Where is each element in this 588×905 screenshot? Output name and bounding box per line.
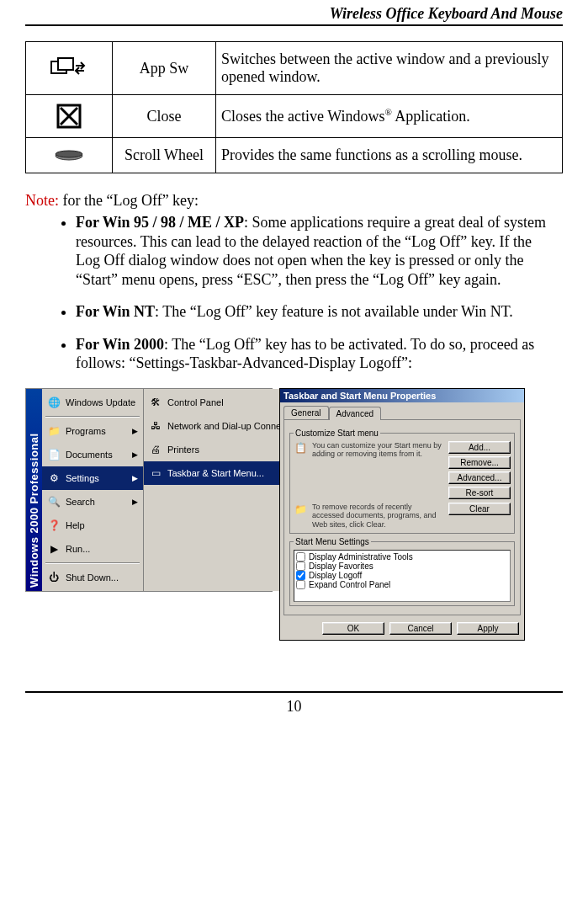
close-icon [31, 104, 107, 129]
table-row: Close Closes the active Windows® Applica… [26, 95, 563, 138]
note-text: for the “Log Off” key: [59, 192, 199, 209]
apply-button[interactable]: Apply [457, 622, 519, 635]
start-menu-banner: Windows 2000 Professional [26, 389, 42, 591]
group-legend: Start Menu Settings [294, 537, 371, 546]
start-menu: Windows 2000 Professional 🌐Windows Updat… [25, 388, 273, 592]
sm-label: Control Panel [167, 397, 224, 407]
chk-label: Display Logoff [309, 571, 362, 580]
registered-mark: ® [384, 107, 391, 117]
sm-label: Programs [66, 426, 106, 436]
taskbar-icon: ▭ [149, 466, 162, 480]
table-row: App Sw Switches between the active windo… [26, 42, 563, 95]
sm-label: Printers [167, 445, 199, 455]
settings-checklist[interactable]: Display Administrative Tools Display Fav… [294, 550, 511, 602]
sm-help[interactable]: ❓Help [42, 514, 143, 537]
startmenu-icon: 📋 [294, 441, 307, 455]
chevron-right-icon: ▶ [132, 450, 138, 459]
checkbox[interactable] [296, 552, 305, 562]
list-item: For Win 2000: The “Log Off” key has to b… [76, 335, 563, 373]
globe-icon: 🌐 [47, 396, 61, 409]
documents-icon: 📄 [47, 448, 61, 461]
folder-icon: 📁 [294, 503, 307, 516]
app-switch-icon [31, 57, 107, 79]
start-menu-settings-group: Start Menu Settings Display Administrati… [289, 537, 515, 606]
chk-label: Expand Control Panel [309, 580, 390, 589]
dialog-titlebar: Taskbar and Start Menu Properties [280, 389, 524, 402]
network-icon: 🖧 [149, 419, 162, 433]
bullet-bold: For Win NT [76, 303, 155, 320]
scroll-name: Scroll Wheel [113, 138, 216, 173]
screenshots-row: Windows 2000 Professional 🌐Windows Updat… [25, 388, 563, 641]
chk-label: Display Administrative Tools [309, 552, 413, 562]
bullet-bold: For Win 95 / 98 / ME / XP [76, 214, 244, 231]
chevron-right-icon: ▶ [132, 498, 138, 506]
dialog-buttons: OK Cancel Apply [280, 619, 524, 640]
start-menu-col1: 🌐Windows Update 📁Programs▶ 📄Documents▶ ⚙… [42, 389, 144, 591]
sm-separator [45, 562, 140, 564]
table-row: Scroll Wheel Provides the same functions… [26, 138, 563, 173]
add-button[interactable]: Add... [448, 441, 511, 454]
svg-point-6 [56, 151, 82, 157]
clear-button[interactable]: Clear [448, 503, 511, 515]
close-name: Close [113, 95, 216, 138]
remove-button[interactable]: Remove... [448, 456, 511, 469]
cancel-button[interactable]: Cancel [389, 622, 452, 635]
sm-label: Help [66, 520, 85, 530]
customize-start-menu-group: Customize Start menu 📋 You can customize… [289, 429, 515, 534]
chk-label: Display Favorites [309, 562, 373, 571]
header-rule [25, 24, 563, 26]
page-number: 10 [25, 698, 563, 716]
sm-search[interactable]: 🔍Search▶ [42, 490, 143, 514]
sm-label: Run... [66, 544, 90, 554]
sm-shutdown[interactable]: ⏻Shut Down... [42, 566, 143, 589]
checkbox[interactable] [296, 562, 305, 571]
dialog-panel: Customize Start menu 📋 You can customize… [283, 419, 521, 615]
clear-text: To remove records of recently accessed d… [312, 503, 443, 530]
checkbox[interactable] [296, 580, 305, 589]
sm-separator [45, 416, 140, 418]
bullet-text: : The “Log Off” key feature is not avail… [155, 303, 513, 320]
advanced-button[interactable]: Advanced... [448, 471, 511, 484]
sm-label: Settings [66, 473, 99, 483]
chk-favorites[interactable]: Display Favorites [296, 562, 508, 571]
resort-button[interactable]: Re-sort [448, 487, 511, 499]
chk-expand-cp[interactable]: Expand Control Panel [296, 580, 508, 589]
chk-admin-tools[interactable]: Display Administrative Tools [296, 552, 508, 562]
svg-rect-1 [58, 58, 73, 70]
sm-windows-update[interactable]: 🌐Windows Update [42, 391, 143, 414]
appsw-desc: Switches between the active window and a… [216, 42, 563, 95]
sm-documents[interactable]: 📄Documents▶ [42, 443, 143, 466]
chevron-right-icon: ▶ [132, 427, 138, 435]
sm-label: Shut Down... [66, 572, 119, 583]
scroll-wheel-icon [31, 150, 107, 162]
sm-label: Taskbar & Start Menu... [167, 468, 264, 478]
close-desc: Closes the active Windows® Application. [216, 95, 563, 138]
close-icon-cell [26, 95, 113, 138]
sm-run[interactable]: ▶Run... [42, 537, 143, 561]
search-icon: 🔍 [47, 495, 61, 508]
sm-label: Search [66, 497, 95, 507]
help-icon: ❓ [47, 519, 61, 532]
programs-icon: 📁 [47, 424, 61, 438]
checkbox[interactable] [296, 571, 305, 580]
bullet-list: For Win 95 / 98 / ME / XP: Some applicat… [25, 213, 563, 373]
scroll-icon-cell [26, 138, 113, 173]
ok-button[interactable]: OK [322, 622, 384, 635]
sm-settings[interactable]: ⚙Settings▶ [42, 466, 143, 490]
list-item: For Win 95 / 98 / ME / XP: Some applicat… [76, 213, 563, 289]
tab-general[interactable]: General [283, 406, 329, 419]
tab-advanced[interactable]: Advanced [329, 407, 381, 420]
sm-programs[interactable]: 📁Programs▶ [42, 419, 143, 443]
page-header: Wireless Office Keyboard And Mouse [25, 5, 563, 23]
gear-icon: ⚙ [47, 471, 61, 485]
printer-icon: 🖨 [149, 443, 162, 456]
appsw-name: App Sw [113, 42, 216, 95]
taskbar-properties-dialog: Taskbar and Start Menu Properties Genera… [279, 388, 525, 641]
group-text: You can customize your Start menu by add… [312, 441, 443, 460]
shutdown-icon: ⏻ [47, 571, 61, 584]
chk-logoff[interactable]: Display Logoff [296, 571, 508, 580]
dialog-tabs: General Advanced [280, 402, 524, 419]
note-label: Note: [25, 192, 59, 209]
list-item: For Win NT: The “Log Off” key feature is… [76, 302, 563, 322]
footer-rule [25, 691, 563, 693]
